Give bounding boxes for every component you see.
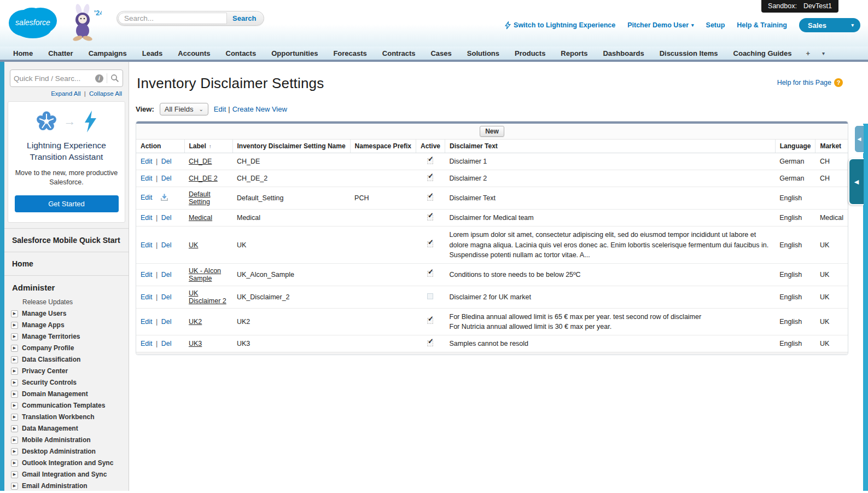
column-header-language[interactable]: Language (775, 140, 815, 153)
expand-arrow-icon[interactable]: ▶ (11, 356, 18, 363)
setting-label-link[interactable]: UK3 (189, 340, 202, 347)
expand-arrow-icon[interactable]: ▶ (11, 425, 18, 432)
tab-solutions[interactable]: Solutions (459, 49, 507, 57)
collapse-all-link[interactable]: Collapse All (89, 90, 122, 97)
app-menu-button[interactable]: Sales ▾ (799, 18, 860, 32)
sidebar-item-label[interactable]: Manage Apps (22, 321, 65, 329)
tab-dashboards[interactable]: Dashboards (595, 49, 651, 57)
setting-label-link[interactable]: UK - Alcon Sample (189, 267, 221, 282)
view-select[interactable]: All Fields ⌄ (160, 103, 208, 115)
tab-chatter[interactable]: Chatter (40, 49, 81, 57)
setup-link[interactable]: Setup (706, 21, 725, 29)
new-button[interactable]: New (480, 126, 504, 137)
edit-link[interactable]: Edit (141, 194, 153, 202)
user-menu[interactable]: Pitcher Demo User ▾ (627, 21, 694, 29)
create-new-view-link[interactable]: Create New View (232, 105, 287, 113)
expand-arrow-icon[interactable]: ▶ (11, 448, 18, 455)
sidebar-item-label[interactable]: Data Management (22, 425, 78, 432)
tab-discussion-items[interactable]: Discussion Items (652, 49, 726, 57)
setting-label-link[interactable]: Medical (189, 214, 212, 222)
column-header-label[interactable]: Label↑ (184, 140, 232, 153)
sidebar-item-label[interactable]: Manage Territories (22, 333, 80, 340)
sidebar-item-label[interactable]: Mobile Administration (22, 436, 91, 444)
expand-arrow-icon[interactable]: ▶ (11, 460, 18, 467)
edit-view-link[interactable]: Edit (214, 105, 226, 113)
tab-home[interactable]: Home (5, 49, 40, 57)
expand-arrow-icon[interactable]: ▶ (11, 345, 18, 352)
help-for-page-link[interactable]: Help for this Page ? (777, 78, 843, 87)
all-tabs-caret[interactable]: ▾ (817, 50, 830, 56)
edit-link[interactable]: Edit (141, 175, 153, 182)
edit-link[interactable]: Edit (141, 241, 153, 249)
tab-coaching-guides[interactable]: Coaching Guides (726, 49, 800, 57)
tab-forecasts[interactable]: Forecasts (325, 49, 374, 57)
column-header-market[interactable]: Market (815, 140, 848, 153)
sidebar-item-label[interactable]: Communication Templates (22, 402, 105, 409)
edit-link[interactable]: Edit (141, 340, 153, 347)
sidebar-section-mobile-quick-start[interactable]: Salesforce Mobile Quick Start (4, 228, 129, 252)
tab-contracts[interactable]: Contracts (375, 49, 423, 57)
del-link[interactable]: Del (161, 158, 172, 165)
expand-arrow-icon[interactable]: ▶ (11, 322, 18, 329)
tab-cases[interactable]: Cases (423, 49, 459, 57)
setting-label-link[interactable]: UK (189, 241, 198, 249)
side-panel-tab-main[interactable]: ◀ (848, 158, 864, 205)
side-panel-tab-top[interactable]: ◀ (854, 125, 864, 153)
expand-arrow-icon[interactable]: ▶ (11, 368, 18, 375)
expand-all-link[interactable]: Expand All (51, 90, 80, 97)
sidebar-item-label[interactable]: Company Profile (22, 344, 74, 352)
setting-label-link[interactable]: UK Disclaimer 2 (189, 289, 226, 305)
expand-arrow-icon[interactable]: ▶ (11, 414, 18, 421)
sidebar-item-label[interactable]: Email Administration (22, 482, 88, 490)
setting-label-link[interactable]: CH_DE (189, 158, 212, 165)
search-button[interactable]: Search (227, 14, 263, 22)
expand-arrow-icon[interactable]: ▶ (11, 483, 18, 490)
del-link[interactable]: Del (161, 214, 172, 222)
del-link[interactable]: Del (161, 293, 172, 301)
tab-products[interactable]: Products (507, 49, 553, 57)
del-link[interactable]: Del (161, 271, 172, 279)
sidebar-item-label[interactable]: Outlook Integration and Sync (22, 459, 113, 467)
tab-opportunities[interactable]: Opportunities (264, 49, 325, 57)
expand-arrow-icon[interactable]: ▶ (11, 471, 18, 478)
sidebar-item-label[interactable]: Translation Workbench (22, 413, 94, 421)
del-link[interactable]: Del (161, 318, 172, 326)
edit-link[interactable]: Edit (141, 214, 153, 222)
del-link[interactable]: Del (161, 241, 172, 249)
sidebar-item-label[interactable]: Security Controls (22, 379, 77, 386)
sidebar-item-label[interactable]: Desktop Administration (22, 448, 96, 455)
get-started-button[interactable]: Get Started (15, 195, 119, 212)
help-icon[interactable]: ? (834, 78, 843, 87)
quick-find-input[interactable] (14, 74, 95, 83)
tab-accounts[interactable]: Accounts (170, 49, 218, 57)
expand-arrow-icon[interactable]: ▶ (11, 437, 18, 444)
column-header-active[interactable]: Active (416, 140, 445, 153)
setting-label-link[interactable]: UK2 (189, 318, 202, 326)
sidebar-item-label[interactable]: Data Classification (22, 356, 80, 363)
del-link[interactable]: Del (161, 340, 172, 347)
edit-link[interactable]: Edit (141, 158, 153, 165)
setting-label-link[interactable]: CH_DE 2 (189, 175, 218, 182)
expand-arrow-icon[interactable]: ▶ (11, 379, 18, 386)
tab-reports[interactable]: Reports (553, 49, 595, 57)
expand-arrow-icon[interactable]: ▶ (11, 391, 18, 398)
column-header-setting-name[interactable]: Inventory Disclaimer Setting Name (232, 140, 350, 153)
add-tab-button[interactable]: + (799, 49, 817, 57)
sidebar-section-home[interactable]: Home (4, 252, 129, 275)
sidebar-item-label[interactable]: Gmail Integration and Sync (22, 471, 107, 478)
edit-link[interactable]: Edit (141, 293, 153, 301)
sidebar-item-label[interactable]: Domain Management (22, 390, 88, 398)
switch-to-lightning-link[interactable]: Switch to Lightning Experience (505, 21, 615, 30)
column-header-disclaimer-text[interactable]: Disclaimer Text (445, 140, 776, 153)
search-input[interactable] (118, 13, 227, 24)
tab-leads[interactable]: Leads (135, 49, 171, 57)
edit-link[interactable]: Edit (141, 318, 153, 326)
expand-arrow-icon[interactable]: ▶ (11, 333, 18, 340)
sidebar-item-label[interactable]: Manage Users (22, 310, 66, 317)
column-header-action[interactable]: Action (136, 140, 184, 153)
sidebar-item-label[interactable]: Release Updates (11, 298, 73, 306)
tab-campaigns[interactable]: Campaigns (81, 49, 135, 57)
edit-link[interactable]: Edit (141, 271, 153, 279)
expand-arrow-icon[interactable]: ▶ (11, 402, 18, 409)
tab-contacts[interactable]: Contacts (218, 49, 264, 57)
